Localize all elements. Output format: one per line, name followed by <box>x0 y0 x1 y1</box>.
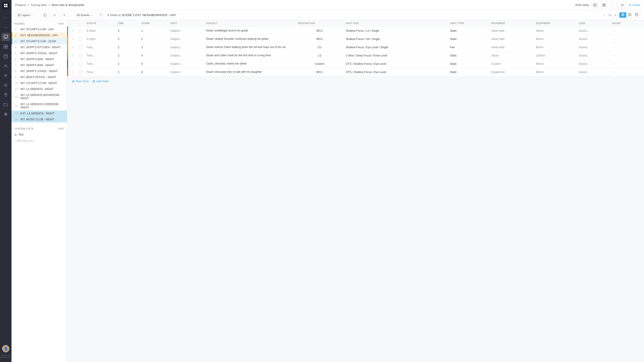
cell-lens[interactable]: 85mm <box>534 35 576 43</box>
row-checkbox[interactable] <box>79 62 82 65</box>
cell-sound[interactable]: Sound... <box>576 68 610 76</box>
cell-shot_type[interactable]: OTS / Shallow Focus / Eye Level <box>344 68 448 76</box>
breadcrumb-project[interactable]: Touring Man <box>30 3 47 7</box>
cell-subject[interactable]: Subject... <box>168 27 204 35</box>
cell-description[interactable]: Stuart unwittingly strums his guitar <box>204 27 296 35</box>
help-button[interactable]: ? <box>97 12 104 18</box>
row-more-button[interactable]: ⋯ <box>612 29 616 33</box>
sidebar-item-scene-6[interactable]: 6INT. SKIPP'S BAR - NIGHT <box>12 56 67 62</box>
cell-subject[interactable]: Subject... <box>168 35 204 43</box>
view-storyboard-button[interactable] <box>633 12 640 18</box>
cell-shot_type[interactable]: OTS / Shallow Focus / Eye Level <box>344 60 448 68</box>
cell-movement[interactable]: Static <box>448 35 489 43</box>
cell-shot[interactable]: 2 <box>139 35 168 43</box>
cell-time[interactable]: Time... <box>84 68 116 76</box>
sidebar-item-scene-9[interactable]: 9INT. BEN'S OFFICE - NIGHT <box>12 74 67 80</box>
cell-shot_size[interactable]: CU <box>296 43 344 51</box>
cell-subject[interactable]: Subject... <box>168 68 204 76</box>
storyboard-toggle[interactable] <box>41 13 49 18</box>
cell-shot[interactable]: 5 <box>139 60 168 68</box>
zoom-out-button[interactable]: − <box>602 13 606 17</box>
cell-shot_type[interactable]: Shallow Focus / Eye Level / Single <box>344 43 448 51</box>
export-icon-button[interactable] <box>592 2 598 8</box>
cell-equipment[interactable]: Equipment... <box>489 68 534 76</box>
cell-description[interactable]: Stuart and Claire meet for the first tim… <box>204 51 296 60</box>
drag-handle[interactable]: ≡ <box>72 29 74 33</box>
cell-lens[interactable]: 85mm <box>534 43 576 51</box>
nav-settings-icon[interactable] <box>2 81 10 89</box>
cell-lens[interactable]: 35mm <box>534 27 576 35</box>
cell-time[interactable]: 8:15am <box>84 27 116 35</box>
cell-scene[interactable]: 2 <box>116 43 139 51</box>
view-grid-button[interactable] <box>626 12 633 18</box>
cell-shot_type[interactable]: 2-Shot / Deep Focus / Knee Level <box>344 51 448 60</box>
play-button[interactable] <box>51 13 59 18</box>
cell-subject[interactable]: Subject... <box>168 60 204 68</box>
cell-sound[interactable]: Sound... <box>576 27 610 35</box>
user-avatar[interactable]: 👤 <box>2 345 10 352</box>
cell-time[interactable]: Time... <box>84 43 116 51</box>
sidebar-item-scene-10[interactable]: 10INT. STUART'S CAR - NIGHT <box>12 80 67 86</box>
cell-equipment[interactable]: Hand Held <box>489 35 534 43</box>
cell-sound[interactable]: Sound... <box>576 35 610 43</box>
row-more-button[interactable]: ⋯ <box>612 37 616 41</box>
nav-adjust-icon[interactable] <box>2 110 10 118</box>
cell-scene[interactable]: 2 <box>116 35 139 43</box>
nav-forward-icon[interactable]: → <box>2 23 10 31</box>
cell-movement[interactable]: Static <box>448 51 489 60</box>
hide-scenes-button[interactable]: HIDE <box>58 22 64 25</box>
row-more-button[interactable]: ⋯ <box>612 70 616 74</box>
cell-time[interactable]: Time... <box>84 60 116 68</box>
hide-custom-lists-button[interactable]: HIDE <box>58 128 64 130</box>
cell-scene[interactable]: 2 <box>116 27 139 35</box>
cell-shot[interactable]: 1 <box>139 27 168 35</box>
nav-users-icon[interactable] <box>2 62 10 70</box>
drag-handle[interactable]: ≡ <box>72 70 74 74</box>
nav-calendar-icon[interactable] <box>2 52 10 60</box>
cell-description[interactable]: Stuart, deeply focused, continues playin… <box>204 35 296 43</box>
cell-sound[interactable]: Sound... <box>576 51 610 60</box>
list-view-button[interactable] <box>619 2 626 8</box>
view-list-button[interactable] <box>620 12 626 18</box>
sidebar-item-scene-14[interactable]: 14EXT. LA SIRENITA - NIGHT <box>12 111 67 116</box>
row-more-button[interactable]: ⋯ <box>612 62 616 66</box>
row-more-button[interactable]: ⋯ <box>612 53 616 57</box>
nav-list-icon[interactable] <box>2 71 10 80</box>
cell-scene[interactable]: 2 <box>116 68 139 76</box>
print-view-button[interactable]: Print View <box>576 3 589 7</box>
drag-handle[interactable]: ≡ <box>72 62 74 66</box>
nav-location-icon[interactable] <box>2 91 10 99</box>
cell-lens[interactable]: 85mm <box>534 60 576 68</box>
cell-scene[interactable]: 2 <box>116 60 139 68</box>
layout-button[interactable]: Layout <box>15 12 36 18</box>
layout-icon-button[interactable] <box>601 2 607 8</box>
sidebar-item-scene-5[interactable]: 5INT. SKIPP'S STAGE - NIGHT <box>12 50 67 56</box>
cell-shot[interactable]: 3 <box>139 43 168 51</box>
row-checkbox[interactable] <box>79 46 82 49</box>
sidebar-item-scene-1[interactable]: 1INT. STUART'S CAR - DAY <box>12 26 67 32</box>
cell-shot_size[interactable]: MCU <box>296 27 344 35</box>
all-scenes-button[interactable]: All Scenes <box>74 12 96 18</box>
cell-equipment[interactable]: Hand Held <box>489 27 534 35</box>
cell-shot_size[interactable]: Custom <box>296 60 344 68</box>
table-area[interactable]: STATUSTIMESCENESHOTSUBJECTDESCRIPTIONSHO… <box>67 20 644 362</box>
cell-lens[interactable]: 135mm <box>534 51 576 60</box>
sidebar-item-scene-8[interactable]: 8INT. SKIPP'S STAGE - NIGHT <box>12 68 67 74</box>
custom-list-item-test[interactable]: ⊕ Test <box>12 131 67 138</box>
row-checkbox[interactable] <box>79 70 82 74</box>
cell-description[interactable]: Claire, shocked, meets her father <box>204 60 296 68</box>
nav-folder-icon[interactable] <box>2 100 10 109</box>
cell-subject[interactable]: Subject... <box>168 43 204 51</box>
cell-sound[interactable]: Sound... <box>576 60 610 68</box>
cell-shot_size[interactable]: MCU <box>296 35 344 43</box>
settings-button[interactable] <box>60 13 68 18</box>
row-checkbox[interactable] <box>79 29 82 32</box>
sidebar-item-scene-11[interactable]: 11INT. LA SIRENITA - NIGHT <box>12 86 67 92</box>
breadcrumb-projects[interactable]: Projects <box>15 3 26 7</box>
cell-equipment[interactable]: Hand Held <box>489 43 534 51</box>
cell-subject[interactable]: Subject... <box>168 51 204 60</box>
drag-handle[interactable]: ≡ <box>72 54 74 57</box>
add-new-list-button[interactable]: + Add New List... <box>12 138 67 144</box>
cell-description[interactable]: Stuart notices Claire walking down the h… <box>204 43 296 51</box>
nav-grid-icon[interactable] <box>2 42 10 51</box>
